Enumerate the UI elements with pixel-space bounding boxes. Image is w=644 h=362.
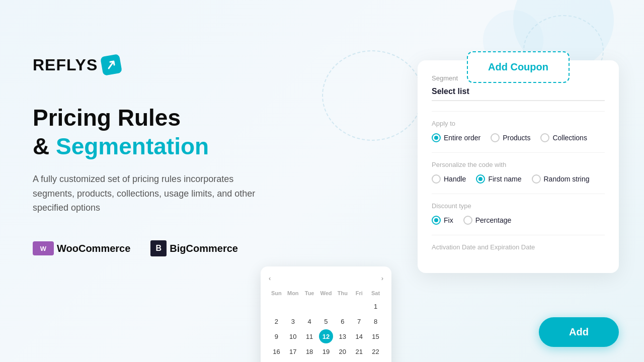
cal-day-12-today[interactable]: 12 bbox=[319, 329, 333, 343]
heading-segmentation: Segmentation bbox=[56, 133, 209, 159]
bigcommerce-icon: B bbox=[150, 240, 167, 256]
cal-day-21[interactable]: 21 bbox=[352, 344, 366, 358]
bigcommerce-label: BigCommerce bbox=[170, 243, 238, 254]
cal-day-20[interactable]: 20 bbox=[336, 344, 350, 358]
heading-ampersand: & bbox=[33, 133, 56, 159]
cal-day-25[interactable]: 25 bbox=[302, 359, 316, 362]
radio-first-name[interactable]: First name bbox=[476, 174, 521, 184]
cal-day-7[interactable]: 7 bbox=[352, 314, 366, 328]
cal-day-17[interactable]: 17 bbox=[286, 344, 300, 358]
cal-day-8[interactable]: 8 bbox=[369, 314, 383, 328]
radio-random-string-circle bbox=[532, 174, 541, 184]
cal-day-2[interactable]: 2 bbox=[269, 314, 283, 328]
radio-random-string[interactable]: Random string bbox=[532, 174, 590, 184]
radio-fix-label: Fix bbox=[444, 216, 453, 224]
radio-handle-label: Handle bbox=[444, 175, 466, 183]
apply-to-radio-group: Entire order Products Collections bbox=[432, 133, 605, 142]
calendar-grid: Sun Mon Tue Wed Thu Fri Sat 1 2 bbox=[269, 288, 383, 362]
radio-products-circle bbox=[491, 133, 500, 142]
logo-icon bbox=[100, 54, 122, 76]
cal-day-24[interactable]: 24 bbox=[286, 359, 300, 362]
cal-day-29[interactable]: 29 bbox=[369, 359, 383, 362]
left-panel: REFLYS Pricing Rules & Segmentation A fu… bbox=[33, 55, 314, 256]
cal-day-27[interactable]: 27 bbox=[336, 359, 350, 362]
bigcommerce-badge: B BigCommerce bbox=[150, 240, 238, 256]
cal-day-22[interactable]: 22 bbox=[369, 344, 383, 358]
cal-day-14[interactable]: 14 bbox=[352, 329, 366, 343]
cal-day-19[interactable]: 19 bbox=[319, 344, 333, 358]
cal-day-5[interactable]: 5 bbox=[319, 314, 333, 328]
cal-day-tue: Tue bbox=[302, 288, 317, 298]
radio-fix[interactable]: Fix bbox=[432, 216, 453, 225]
divider-1 bbox=[432, 111, 605, 112]
woocommerce-icon: W bbox=[33, 241, 54, 255]
cal-day-wed: Wed bbox=[318, 288, 334, 298]
subtext: A fully customized set of pricing rules … bbox=[33, 172, 274, 215]
cal-day-sun: Sun bbox=[269, 288, 284, 298]
radio-products-label: Products bbox=[503, 134, 530, 142]
cal-day-1[interactable]: 1 bbox=[369, 299, 383, 313]
bg-dashed-curve bbox=[322, 50, 423, 141]
cal-day-fri: Fri bbox=[351, 288, 367, 298]
add-button[interactable]: Add bbox=[539, 317, 619, 347]
form-card: Segment Apply to Entire order Products C… bbox=[418, 60, 619, 273]
cal-next-icon[interactable]: › bbox=[381, 275, 383, 282]
radio-entire-order[interactable]: Entire order bbox=[432, 133, 480, 142]
radio-percentage-label: Percentage bbox=[475, 216, 512, 224]
segment-select[interactable] bbox=[432, 85, 605, 101]
apply-to-section: Apply to Entire order Products Collectio… bbox=[432, 120, 605, 142]
cal-day-10[interactable]: 10 bbox=[286, 329, 300, 343]
cal-day-6[interactable]: 6 bbox=[336, 314, 350, 328]
cal-day-16[interactable]: 16 bbox=[269, 344, 283, 358]
radio-entire-order-label: Entire order bbox=[444, 134, 480, 142]
cal-day-mon: Mon bbox=[285, 288, 301, 298]
radio-percentage-circle bbox=[463, 216, 472, 225]
cal-day-9[interactable]: 9 bbox=[269, 329, 283, 343]
discount-type-label: Discount type bbox=[432, 202, 605, 210]
personalize-label: Personalize the code with bbox=[432, 161, 605, 168]
platform-badges: W WooCommerce B BigCommerce bbox=[33, 240, 314, 256]
radio-fix-circle bbox=[432, 216, 441, 225]
radio-first-name-circle bbox=[476, 174, 485, 184]
heading-line1: Pricing Rules bbox=[33, 105, 314, 131]
add-coupon-button[interactable]: Add Coupon bbox=[467, 51, 570, 83]
woocommerce-badge: W WooCommerce bbox=[33, 241, 130, 255]
cal-day-13[interactable]: 13 bbox=[336, 329, 350, 343]
woocommerce-label: WooCommerce bbox=[57, 243, 130, 254]
radio-collections[interactable]: Collections bbox=[540, 133, 587, 142]
cal-day-26[interactable]: 26 bbox=[319, 359, 333, 362]
dates-section: Activation Date and Expiration Date ‹ › … bbox=[432, 243, 605, 251]
divider-3 bbox=[432, 194, 605, 194]
radio-products[interactable]: Products bbox=[491, 133, 530, 142]
cal-day-sat: Sat bbox=[368, 288, 383, 298]
calendar-header: ‹ › bbox=[269, 275, 383, 282]
radio-handle-circle bbox=[432, 174, 441, 184]
cal-prev-icon[interactable]: ‹ bbox=[269, 275, 271, 282]
radio-percentage[interactable]: Percentage bbox=[463, 216, 512, 225]
bigcommerce-b: B bbox=[150, 240, 167, 256]
personalize-radio-group: Handle First name Random string bbox=[432, 174, 605, 184]
logo: REFLYS bbox=[33, 55, 314, 74]
cal-day-23[interactable]: 23 bbox=[269, 359, 283, 362]
calendar-popup: ‹ › Sun Mon Tue Wed Thu Fri Sat bbox=[261, 266, 391, 362]
personalize-section: Personalize the code with Handle First n… bbox=[432, 161, 605, 184]
cal-day-15[interactable]: 15 bbox=[369, 329, 383, 343]
cal-day-3[interactable]: 3 bbox=[286, 314, 300, 328]
right-panel: Add Coupon Segment Apply to Entire order… bbox=[418, 40, 619, 273]
radio-entire-order-circle bbox=[432, 133, 441, 142]
radio-collections-circle bbox=[540, 133, 549, 142]
discount-type-radio-group: Fix Percentage bbox=[432, 216, 605, 225]
logo-text: REFLYS bbox=[33, 56, 98, 74]
cal-day-18[interactable]: 18 bbox=[302, 344, 316, 358]
cal-day-11[interactable]: 11 bbox=[302, 329, 316, 343]
cal-day-4[interactable]: 4 bbox=[302, 314, 316, 328]
radio-random-string-label: Random string bbox=[544, 175, 590, 183]
divider-4 bbox=[432, 235, 605, 235]
radio-collections-label: Collections bbox=[552, 134, 587, 142]
cal-day-28[interactable]: 28 bbox=[352, 359, 366, 362]
radio-first-name-label: First name bbox=[488, 175, 521, 183]
cal-day-thu: Thu bbox=[335, 288, 350, 298]
heading-line2: & Segmentation bbox=[33, 133, 314, 160]
radio-handle[interactable]: Handle bbox=[432, 174, 466, 184]
discount-type-section: Discount type Fix Percentage bbox=[432, 202, 605, 225]
